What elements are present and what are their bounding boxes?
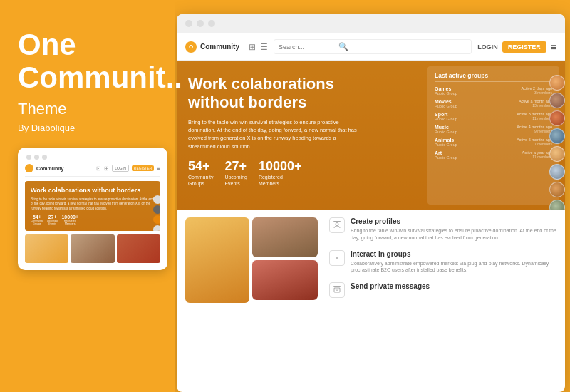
site-hero-stats: 54+ CommunityGroups 27+ UpcomingEvents 1… [188, 159, 416, 187]
site-nav-left: O Community ⊞ ☰ [185, 41, 268, 53]
browser-dot-1 [185, 20, 192, 27]
nav-brand: Community [200, 43, 239, 51]
nav-search[interactable]: 🔍 [274, 39, 472, 54]
activity-members-music: 9 members [517, 129, 552, 133]
mobile-stat-2: 27+ UpcomingEvents [47, 215, 58, 225]
nav-right: LOGIN REGISTER ≡ [477, 41, 556, 53]
mobile-hero: Work colaborations without borders Bring… [25, 181, 160, 231]
hero-stat-num-2: 27+ [224, 159, 247, 174]
mobile-nav: Community ⊡ ⊞ LOGIN REGISTER ≡ [25, 164, 160, 177]
mobile-bottom-img-1 [25, 234, 68, 263]
group-info-sport: Sport Public Group [435, 112, 457, 121]
feature-item-groups: Interact in groups Collaboratively admin… [329, 250, 556, 274]
feature-desc-groups: Collaboratively administrate empowered m… [351, 260, 556, 274]
browser-window: O Community ⊞ ☰ 🔍 LOGIN REGISTER ≡ Work … [177, 14, 565, 392]
mobile-top-bar [25, 155, 160, 160]
site-hero-title: Work colaborationswithout borders [188, 75, 416, 113]
right-avatars [549, 75, 565, 210]
group-name-sport: Sport [435, 112, 457, 117]
group-info-games: Games Public Group [435, 86, 457, 96]
feature-icon-profiles [329, 217, 345, 233]
browser-chrome [177, 14, 565, 33]
group-activity-art: Active a year ago 11 members [522, 150, 553, 159]
group-name-games: Games [435, 86, 457, 91]
brand-by: By Diabolique [18, 123, 157, 133]
mobile-stat-label-1: CommunityGroups [31, 220, 43, 225]
group-type-sport: Public Group [435, 117, 457, 121]
group-type-animals: Public Group [435, 143, 457, 147]
mobile-stat-3: 10000+ RegisteredMembers [61, 215, 78, 225]
feature-text-profiles: Create profiles Bring to the table win-w… [351, 217, 556, 242]
mini-avatar-4 [153, 225, 160, 231]
group-item-sport: Sport Public Group Active 3 months ago 1… [435, 112, 552, 121]
browser-dot-3 [208, 20, 215, 27]
feature-text-messages: Send private messages [351, 282, 430, 292]
bottom-img-stack [252, 217, 318, 303]
group-info-art: Art Public Group [435, 150, 457, 160]
feature-list: Create profiles Bring to the table win-w… [329, 217, 556, 306]
search-input[interactable] [279, 43, 336, 51]
avatar-6 [549, 164, 565, 180]
avatar-4 [549, 128, 565, 144]
hero-stat-num-1: 54+ [188, 159, 213, 174]
feature-title-profiles: Create profiles [351, 217, 556, 225]
mobile-bottom-images [25, 234, 160, 263]
site-nav: O Community ⊞ ☰ 🔍 LOGIN REGISTER ≡ [177, 33, 565, 61]
group-item-music: Music Public Group Active 4 months ago 9… [435, 125, 552, 134]
mobile-nav-brand: Community [36, 166, 64, 171]
group-name-music: Music [435, 125, 457, 130]
bottom-img-main [185, 217, 249, 303]
mobile-hero-content: Work colaborations without borders Bring… [31, 187, 155, 225]
avatar-8 [549, 200, 565, 210]
mobile-stat-num-1: 54+ [31, 215, 43, 220]
nav-register-btn[interactable]: REGISTER [502, 41, 546, 53]
group-type-games: Public Group [435, 91, 457, 96]
group-type-art: Public Group [435, 155, 457, 160]
nav-list-icon[interactable]: ☰ [260, 42, 268, 52]
mobile-stat-label-3: RegisteredMembers [61, 220, 78, 225]
bottom-img-top [252, 217, 318, 257]
nav-grid-icon[interactable]: ⊞ [249, 42, 256, 52]
feature-icon-groups [329, 250, 345, 266]
svg-point-1 [336, 223, 338, 226]
feature-icon-messages [329, 282, 345, 298]
avatar-3 [549, 110, 565, 126]
hero-work-text: Work [188, 75, 227, 93]
brand-subtitle: Theme [18, 100, 157, 118]
mobile-logo [25, 164, 33, 172]
group-item-animals: Animals Public Group Active 6 months ago… [435, 138, 552, 147]
group-activity-sport: Active 3 months ago 11 members [517, 112, 552, 120]
site-hero: Work colaborationswithout borders Bring … [177, 61, 565, 210]
feature-title-messages: Send private messages [351, 282, 430, 290]
activity-members-movies: 13 members [519, 103, 552, 108]
nav-hamburger-icon[interactable]: ≡ [551, 41, 556, 53]
mobile-stat-label-2: UpcomingEvents [47, 220, 58, 225]
hero-stat-label-2: UpcomingEvents [224, 174, 247, 187]
mobile-login-btn[interactable]: LOGIN [112, 165, 129, 172]
avatar-5 [549, 146, 565, 162]
mobile-hero-title: Work colaborations without borders [31, 187, 155, 195]
nav-login-btn[interactable]: LOGIN [477, 43, 498, 51]
activity-members-sport: 11 members [517, 116, 552, 120]
hero-stat-3: 10000+ RegisteredMembers [259, 159, 302, 187]
bottom-img-bot [252, 260, 318, 300]
site-bottom: Create profiles Bring to the table win-w… [177, 210, 565, 314]
group-item-movies: Movies Public Group Active a month ago 1… [435, 99, 552, 108]
mobile-register-btn[interactable]: REGISTER [132, 165, 155, 171]
group-activity-games: Active 2 days ago 3 members [522, 86, 552, 95]
active-groups-title: Last active groups [435, 72, 552, 82]
mobile-hero-text: Bring to the table win-win survival stra… [31, 197, 155, 211]
mobile-stat-num-3: 10000+ [61, 215, 78, 220]
group-name-animals: Animals [435, 138, 457, 143]
brand-title: One Communit.. [18, 29, 157, 94]
mobile-stats: 54+ CommunityGroups 27+ UpcomingEvents 1… [31, 215, 155, 225]
activity-members-animals: 7 members [517, 142, 552, 146]
mobile-dot-3 [42, 155, 47, 160]
hero-stat-label-1: CommunityGroups [188, 174, 213, 187]
nav-search-icon: 🔍 [338, 42, 348, 51]
group-info-music: Music Public Group [435, 125, 457, 134]
mobile-dot-1 [26, 155, 31, 160]
mobile-hamburger-icon[interactable]: ≡ [157, 165, 160, 172]
nav-logo: O [185, 41, 197, 53]
avatar-7 [549, 182, 565, 197]
